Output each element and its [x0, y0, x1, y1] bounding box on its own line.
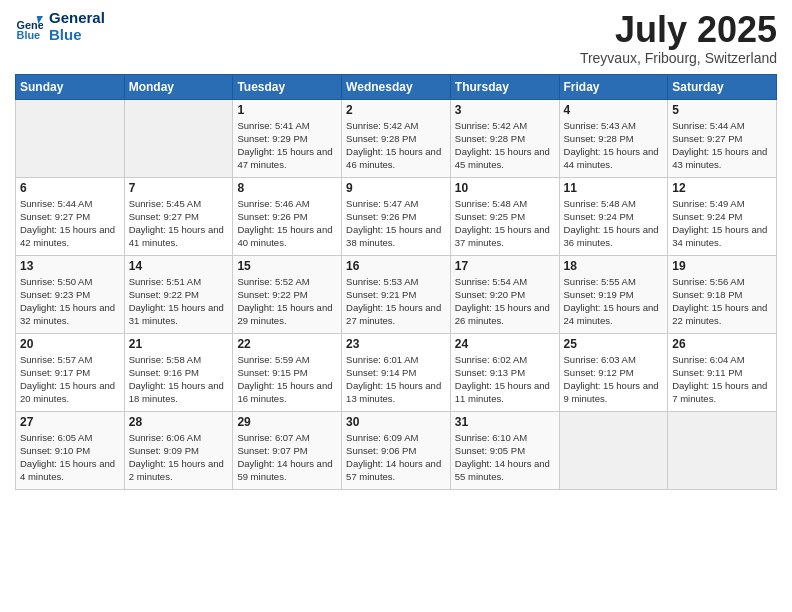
day-number: 5 [672, 103, 772, 117]
day-number: 22 [237, 337, 337, 351]
day-info: Sunrise: 5:57 AM Sunset: 9:17 PM Dayligh… [20, 353, 120, 406]
day-cell: 6Sunrise: 5:44 AM Sunset: 9:27 PM Daylig… [16, 177, 125, 255]
logo-line1: General [49, 10, 105, 27]
day-cell: 27Sunrise: 6:05 AM Sunset: 9:10 PM Dayli… [16, 411, 125, 489]
day-cell: 31Sunrise: 6:10 AM Sunset: 9:05 PM Dayli… [450, 411, 559, 489]
day-number: 15 [237, 259, 337, 273]
day-info: Sunrise: 6:01 AM Sunset: 9:14 PM Dayligh… [346, 353, 446, 406]
day-cell: 4Sunrise: 5:43 AM Sunset: 9:28 PM Daylig… [559, 99, 668, 177]
day-info: Sunrise: 5:55 AM Sunset: 9:19 PM Dayligh… [564, 275, 664, 328]
day-number: 11 [564, 181, 664, 195]
day-cell: 11Sunrise: 5:48 AM Sunset: 9:24 PM Dayli… [559, 177, 668, 255]
calendar-page: General Blue General Blue July 2025 Trey… [0, 0, 792, 612]
header-cell-monday: Monday [124, 74, 233, 99]
day-number: 29 [237, 415, 337, 429]
logo-line2: Blue [49, 27, 105, 44]
day-info: Sunrise: 6:02 AM Sunset: 9:13 PM Dayligh… [455, 353, 555, 406]
day-cell: 9Sunrise: 5:47 AM Sunset: 9:26 PM Daylig… [342, 177, 451, 255]
calendar-header: SundayMondayTuesdayWednesdayThursdayFrid… [16, 74, 777, 99]
day-number: 8 [237, 181, 337, 195]
day-cell: 21Sunrise: 5:58 AM Sunset: 9:16 PM Dayli… [124, 333, 233, 411]
svg-text:Blue: Blue [17, 28, 41, 40]
day-info: Sunrise: 5:42 AM Sunset: 9:28 PM Dayligh… [455, 119, 555, 172]
day-number: 28 [129, 415, 229, 429]
day-cell: 28Sunrise: 6:06 AM Sunset: 9:09 PM Dayli… [124, 411, 233, 489]
day-cell: 10Sunrise: 5:48 AM Sunset: 9:25 PM Dayli… [450, 177, 559, 255]
day-info: Sunrise: 5:44 AM Sunset: 9:27 PM Dayligh… [672, 119, 772, 172]
day-cell: 20Sunrise: 5:57 AM Sunset: 9:17 PM Dayli… [16, 333, 125, 411]
day-cell: 1Sunrise: 5:41 AM Sunset: 9:29 PM Daylig… [233, 99, 342, 177]
day-info: Sunrise: 5:52 AM Sunset: 9:22 PM Dayligh… [237, 275, 337, 328]
day-number: 3 [455, 103, 555, 117]
day-info: Sunrise: 5:59 AM Sunset: 9:15 PM Dayligh… [237, 353, 337, 406]
calendar-table: SundayMondayTuesdayWednesdayThursdayFrid… [15, 74, 777, 490]
day-info: Sunrise: 5:54 AM Sunset: 9:20 PM Dayligh… [455, 275, 555, 328]
day-cell [124, 99, 233, 177]
day-info: Sunrise: 6:04 AM Sunset: 9:11 PM Dayligh… [672, 353, 772, 406]
day-number: 25 [564, 337, 664, 351]
day-number: 27 [20, 415, 120, 429]
day-cell: 26Sunrise: 6:04 AM Sunset: 9:11 PM Dayli… [668, 333, 777, 411]
day-number: 6 [20, 181, 120, 195]
day-info: Sunrise: 5:47 AM Sunset: 9:26 PM Dayligh… [346, 197, 446, 250]
calendar-body: 1Sunrise: 5:41 AM Sunset: 9:29 PM Daylig… [16, 99, 777, 489]
day-cell: 5Sunrise: 5:44 AM Sunset: 9:27 PM Daylig… [668, 99, 777, 177]
day-info: Sunrise: 5:43 AM Sunset: 9:28 PM Dayligh… [564, 119, 664, 172]
day-cell: 23Sunrise: 6:01 AM Sunset: 9:14 PM Dayli… [342, 333, 451, 411]
day-info: Sunrise: 6:09 AM Sunset: 9:06 PM Dayligh… [346, 431, 446, 484]
day-cell: 17Sunrise: 5:54 AM Sunset: 9:20 PM Dayli… [450, 255, 559, 333]
day-number: 9 [346, 181, 446, 195]
day-cell: 3Sunrise: 5:42 AM Sunset: 9:28 PM Daylig… [450, 99, 559, 177]
day-info: Sunrise: 5:53 AM Sunset: 9:21 PM Dayligh… [346, 275, 446, 328]
day-number: 16 [346, 259, 446, 273]
day-cell: 15Sunrise: 5:52 AM Sunset: 9:22 PM Dayli… [233, 255, 342, 333]
logo: General Blue General Blue [15, 10, 105, 43]
day-info: Sunrise: 6:03 AM Sunset: 9:12 PM Dayligh… [564, 353, 664, 406]
day-info: Sunrise: 6:05 AM Sunset: 9:10 PM Dayligh… [20, 431, 120, 484]
day-info: Sunrise: 5:49 AM Sunset: 9:24 PM Dayligh… [672, 197, 772, 250]
day-number: 24 [455, 337, 555, 351]
header-row: SundayMondayTuesdayWednesdayThursdayFrid… [16, 74, 777, 99]
day-number: 12 [672, 181, 772, 195]
logo-icon: General Blue [15, 13, 43, 41]
day-info: Sunrise: 5:48 AM Sunset: 9:25 PM Dayligh… [455, 197, 555, 250]
day-cell: 24Sunrise: 6:02 AM Sunset: 9:13 PM Dayli… [450, 333, 559, 411]
day-cell: 12Sunrise: 5:49 AM Sunset: 9:24 PM Dayli… [668, 177, 777, 255]
day-cell: 8Sunrise: 5:46 AM Sunset: 9:26 PM Daylig… [233, 177, 342, 255]
header-cell-thursday: Thursday [450, 74, 559, 99]
day-number: 4 [564, 103, 664, 117]
day-info: Sunrise: 6:06 AM Sunset: 9:09 PM Dayligh… [129, 431, 229, 484]
day-info: Sunrise: 5:44 AM Sunset: 9:27 PM Dayligh… [20, 197, 120, 250]
week-row-3: 20Sunrise: 5:57 AM Sunset: 9:17 PM Dayli… [16, 333, 777, 411]
day-cell: 16Sunrise: 5:53 AM Sunset: 9:21 PM Dayli… [342, 255, 451, 333]
day-number: 7 [129, 181, 229, 195]
day-info: Sunrise: 5:41 AM Sunset: 9:29 PM Dayligh… [237, 119, 337, 172]
title-block: July 2025 Treyvaux, Fribourg, Switzerlan… [580, 10, 777, 66]
day-number: 10 [455, 181, 555, 195]
day-number: 2 [346, 103, 446, 117]
header-cell-wednesday: Wednesday [342, 74, 451, 99]
day-info: Sunrise: 5:56 AM Sunset: 9:18 PM Dayligh… [672, 275, 772, 328]
day-number: 31 [455, 415, 555, 429]
header-cell-saturday: Saturday [668, 74, 777, 99]
day-cell: 30Sunrise: 6:09 AM Sunset: 9:06 PM Dayli… [342, 411, 451, 489]
day-cell: 19Sunrise: 5:56 AM Sunset: 9:18 PM Dayli… [668, 255, 777, 333]
day-cell: 22Sunrise: 5:59 AM Sunset: 9:15 PM Dayli… [233, 333, 342, 411]
day-number: 1 [237, 103, 337, 117]
day-info: Sunrise: 5:46 AM Sunset: 9:26 PM Dayligh… [237, 197, 337, 250]
header-cell-friday: Friday [559, 74, 668, 99]
day-number: 20 [20, 337, 120, 351]
day-info: Sunrise: 6:07 AM Sunset: 9:07 PM Dayligh… [237, 431, 337, 484]
week-row-1: 6Sunrise: 5:44 AM Sunset: 9:27 PM Daylig… [16, 177, 777, 255]
day-info: Sunrise: 5:42 AM Sunset: 9:28 PM Dayligh… [346, 119, 446, 172]
day-number: 19 [672, 259, 772, 273]
day-cell: 14Sunrise: 5:51 AM Sunset: 9:22 PM Dayli… [124, 255, 233, 333]
day-cell [668, 411, 777, 489]
day-number: 17 [455, 259, 555, 273]
month-title: July 2025 [580, 10, 777, 50]
day-cell: 29Sunrise: 6:07 AM Sunset: 9:07 PM Dayli… [233, 411, 342, 489]
day-info: Sunrise: 5:51 AM Sunset: 9:22 PM Dayligh… [129, 275, 229, 328]
week-row-4: 27Sunrise: 6:05 AM Sunset: 9:10 PM Dayli… [16, 411, 777, 489]
day-cell: 7Sunrise: 5:45 AM Sunset: 9:27 PM Daylig… [124, 177, 233, 255]
header: General Blue General Blue July 2025 Trey… [15, 10, 777, 66]
